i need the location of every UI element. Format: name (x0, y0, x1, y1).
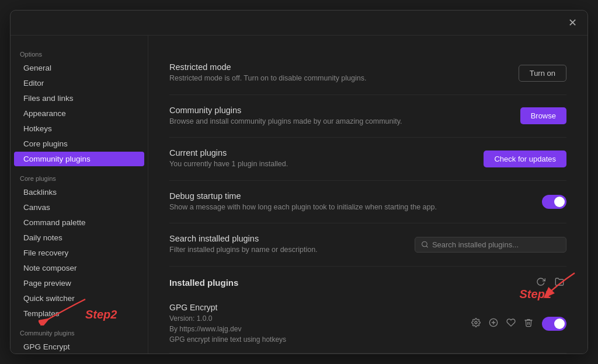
search-icon (421, 240, 429, 249)
search-plugins-row: Search installed plugins Filter installe… (169, 223, 566, 267)
folder-icon (555, 277, 564, 286)
restricted-mode-info: Restricted mode Restricted mode is off. … (169, 62, 519, 84)
search-input-wrap (415, 237, 566, 253)
plus-circle-icon (489, 318, 498, 327)
debug-startup-info: Debug startup time Show a message with h… (169, 191, 542, 213)
sidebar: Options General Editor Files and links A… (11, 36, 148, 354)
sidebar-item-daily-notes[interactable]: Daily notes (14, 230, 144, 245)
gpg-encrypt-toggle[interactable] (542, 317, 566, 331)
settings-modal: ✕ Options General Editor Files and links… (10, 10, 588, 354)
svg-point-2 (475, 321, 477, 324)
sidebar-item-community-plugins[interactable]: Community plugins (14, 152, 144, 166)
restricted-mode-title: Restricted mode (169, 62, 519, 72)
plugin-heart-button[interactable] (505, 316, 517, 331)
close-button[interactable]: ✕ (565, 15, 580, 30)
restricted-mode-button[interactable]: Turn on (519, 65, 566, 82)
open-folder-button[interactable] (552, 276, 566, 290)
sidebar-item-note-composer[interactable]: Note composer (14, 261, 144, 275)
sidebar-item-core-plugins[interactable]: Core plugins (14, 136, 144, 151)
sidebar-item-files-and-links[interactable]: Files and links (14, 91, 144, 106)
sidebar-item-appearance[interactable]: Appearance (14, 106, 144, 121)
debug-startup-desc: Show a message with how long each plugin… (169, 202, 542, 213)
sidebar-item-gpg-encrypt[interactable]: GPG Encrypt (14, 340, 144, 354)
current-plugins-desc: You currently have 1 plugin installed. (169, 159, 484, 170)
restricted-mode-desc: Restricted mode is off. Turn on to disab… (169, 74, 519, 84)
main-content: Restricted mode Restricted mode is off. … (148, 36, 587, 354)
search-input[interactable] (432, 240, 560, 249)
search-plugins-info: Search installed plugins Filter installe… (169, 234, 415, 256)
reload-plugins-button[interactable] (534, 276, 548, 290)
installed-plugins-header: Installed plugins (169, 267, 566, 295)
core-plugins-section-label: Core plugins (11, 167, 148, 184)
sidebar-item-editor[interactable]: Editor (14, 76, 144, 90)
current-plugins-row: Current plugins You currently have 1 plu… (169, 138, 566, 181)
restricted-mode-row: Restricted mode Restricted mode is off. … (169, 52, 566, 95)
search-plugins-title: Search installed plugins (169, 234, 415, 243)
gpg-encrypt-info: GPG Encrypt Version: 1.0.0 By https://ww… (169, 303, 470, 345)
plugin-delete-button[interactable] (522, 316, 535, 331)
sidebar-item-canvas[interactable]: Canvas (14, 200, 144, 215)
heart-icon (506, 318, 516, 327)
sidebar-item-hotkeys[interactable]: Hotkeys (14, 121, 144, 136)
modal-header: ✕ (11, 10, 587, 36)
sidebar-item-general[interactable]: General (14, 61, 144, 75)
gpg-toggle-knob (554, 318, 565, 329)
community-plugins-title: Community plugins (169, 106, 520, 115)
check-updates-button[interactable]: Check for updates (484, 150, 566, 167)
debug-startup-row: Debug startup time Show a message with h… (169, 181, 566, 224)
debug-startup-title: Debug startup time (169, 191, 542, 201)
plugin-settings-button[interactable] (470, 316, 482, 331)
sidebar-item-command-palette[interactable]: Command palette (14, 215, 144, 230)
plugin-actions (470, 316, 566, 331)
gpg-encrypt-meta: Version: 1.0.0 By https://www.lajg.dev G… (169, 313, 470, 345)
svg-line-1 (426, 246, 427, 247)
toggle-knob (554, 197, 565, 207)
sidebar-item-file-recovery[interactable]: File recovery (14, 246, 144, 260)
debug-startup-toggle[interactable] (542, 195, 566, 209)
installed-plugins-title: Installed plugins (169, 278, 238, 288)
options-section-label: Options (11, 43, 148, 60)
reload-icon (536, 277, 545, 286)
gpg-encrypt-plugin-row: GPG Encrypt Version: 1.0.0 By https://ww… (169, 295, 566, 354)
sidebar-item-templates[interactable]: Templates (14, 306, 144, 321)
installed-icons (534, 276, 566, 290)
community-plugins-desc: Browse and install community plugins mad… (169, 117, 520, 127)
community-plugins-section-label: Community plugins (11, 321, 148, 339)
current-plugins-info: Current plugins You currently have 1 plu… (169, 148, 484, 170)
gpg-encrypt-name: GPG Encrypt (169, 303, 470, 312)
search-plugins-desc: Filter installed plugins by name or desc… (169, 245, 415, 256)
sidebar-item-quick-switcher[interactable]: Quick switcher (14, 291, 144, 306)
sidebar-item-backlinks[interactable]: Backlinks (14, 185, 144, 200)
community-plugins-info: Community plugins Browse and install com… (169, 106, 520, 127)
settings-icon (471, 318, 481, 327)
browse-button[interactable]: Browse (520, 107, 566, 124)
plugin-add-button[interactable] (487, 316, 500, 331)
modal-body: Options General Editor Files and links A… (11, 36, 587, 354)
trash-icon (524, 318, 533, 327)
sidebar-item-page-preview[interactable]: Page preview (14, 276, 144, 290)
community-plugins-row: Community plugins Browse and install com… (169, 95, 566, 138)
current-plugins-title: Current plugins (169, 148, 484, 158)
